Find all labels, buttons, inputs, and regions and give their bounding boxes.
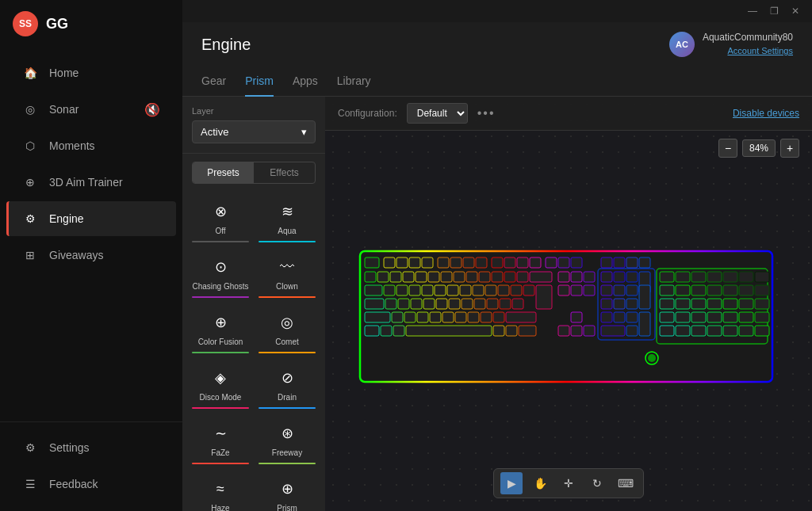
svg-rect-11 xyxy=(492,257,503,268)
sidebar-item-feedback[interactable]: ☰ Feedback xyxy=(6,467,176,501)
tab-gear[interactable]: Gear xyxy=(201,67,226,97)
svg-rect-129 xyxy=(723,299,737,309)
svg-rect-125 xyxy=(660,299,674,309)
disable-devices-button[interactable]: Disable devices xyxy=(733,108,799,119)
toolbar-hand[interactable]: ✋ xyxy=(529,472,551,494)
svg-rect-80 xyxy=(442,312,454,322)
svg-rect-9 xyxy=(463,257,474,268)
svg-rect-136 xyxy=(723,312,737,322)
svg-rect-91 xyxy=(381,326,392,336)
preset-item-comet[interactable]: ◎Comet xyxy=(255,306,319,358)
preset-item-prism[interactable]: ⊕Prism xyxy=(255,472,319,511)
svg-rect-3 xyxy=(384,257,395,268)
minimize-button[interactable]: — xyxy=(745,6,760,17)
svg-rect-81 xyxy=(455,312,466,322)
svg-rect-115 xyxy=(723,272,737,282)
svg-rect-117 xyxy=(755,272,769,282)
svg-rect-62 xyxy=(411,299,422,309)
settings-icon: ⚙ xyxy=(22,440,38,456)
sidebar-item-label: 3D Aim Trainer xyxy=(49,176,123,189)
toolbar-keyboard[interactable]: ⌨ xyxy=(615,472,637,494)
tab-prism[interactable]: Prism xyxy=(245,67,274,97)
svg-rect-32 xyxy=(558,272,569,282)
preset-bar-disco-mode xyxy=(192,407,249,409)
preset-item-drain[interactable]: ⊘Drain xyxy=(255,361,319,414)
preset-item-off[interactable]: ⊗Off xyxy=(189,195,252,247)
svg-rect-14 xyxy=(530,257,541,268)
sidebar-item-label: Sonar xyxy=(49,103,79,116)
sidebar-bottom: ⚙ Settings ☰ Feedback xyxy=(0,421,182,511)
svg-rect-2 xyxy=(365,257,379,268)
account-info: AquaticCommunity80 Account Settings xyxy=(703,32,793,57)
sidebar-item-moments[interactable]: ⬡ Moments xyxy=(6,128,176,163)
preset-bar-comet xyxy=(259,352,316,353)
svg-rect-96 xyxy=(519,326,536,336)
preset-item-freeway[interactable]: ⊛Freeway xyxy=(255,417,319,469)
svg-rect-74 xyxy=(639,285,650,309)
sidebar-item-engine[interactable]: ⚙ Engine xyxy=(6,201,176,236)
sidebar-item-home[interactable]: 🏠 Home xyxy=(6,55,176,90)
preset-item-color-fusion[interactable]: ⊕Color Fusion xyxy=(189,306,252,358)
svg-rect-70 xyxy=(512,299,523,309)
svg-rect-121 xyxy=(707,285,722,296)
svg-rect-60 xyxy=(385,299,396,309)
sidebar-item-giveaways[interactable]: ⊞ Giveaways xyxy=(6,238,176,273)
preset-item-chasing-ghosts[interactable]: ⊙Chasing Ghosts xyxy=(189,250,252,303)
svg-rect-106 xyxy=(601,257,612,268)
svg-rect-135 xyxy=(707,312,722,322)
preset-name-haze: Haze xyxy=(211,504,229,511)
preset-item-faze[interactable]: ∼FaZe xyxy=(189,417,252,469)
svg-rect-67 xyxy=(474,299,485,309)
tab-library[interactable]: Library xyxy=(337,67,371,97)
svg-rect-64 xyxy=(436,299,447,309)
preset-item-clown[interactable]: 〰Clown xyxy=(255,250,319,303)
maximize-button[interactable]: ❐ xyxy=(767,6,782,17)
account-settings-link[interactable]: Account Settings xyxy=(727,46,793,55)
toolbar-rotate[interactable]: ↻ xyxy=(586,472,608,494)
sidebar-item-label: Giveaways xyxy=(49,249,103,261)
zoom-in-button[interactable]: + xyxy=(780,139,799,158)
layer-section: Layer Active ▾ xyxy=(182,97,325,154)
svg-rect-100 xyxy=(601,326,625,336)
sidebar-item-sonar[interactable]: ◎ Sonar 🔇 xyxy=(6,92,176,127)
svg-rect-21 xyxy=(403,272,414,282)
sidebar: SS GG 🏠 Home ◎ Sonar 🔇 ⬡ Moments ⊕ 3D Ai… xyxy=(0,0,182,511)
svg-rect-112 xyxy=(676,272,690,282)
svg-rect-22 xyxy=(416,272,427,282)
close-button[interactable]: ✕ xyxy=(788,6,802,17)
tab-apps[interactable]: Apps xyxy=(293,67,318,97)
svg-rect-36 xyxy=(614,272,625,282)
tab-presets[interactable]: Presets xyxy=(193,162,254,183)
zoom-value: 84% xyxy=(742,139,776,157)
svg-rect-132 xyxy=(660,312,674,322)
svg-rect-114 xyxy=(707,272,722,282)
layer-select[interactable]: Active ▾ xyxy=(192,120,316,143)
config-dots[interactable]: ••• xyxy=(477,106,496,120)
tab-effects[interactable]: Effects xyxy=(254,162,315,183)
svg-rect-93 xyxy=(406,326,492,336)
toolbar-select[interactable]: ▶ xyxy=(500,472,523,494)
home-icon: 🏠 xyxy=(22,65,38,81)
sidebar-item-settings[interactable]: ⚙ Settings xyxy=(6,430,176,465)
svg-rect-102 xyxy=(639,312,650,336)
avatar: AC xyxy=(669,32,695,57)
svg-rect-43 xyxy=(422,285,433,296)
preset-item-disco-mode[interactable]: ◈Disco Mode xyxy=(189,361,252,414)
preset-item-aqua[interactable]: ≋Aqua xyxy=(255,195,319,247)
svg-rect-41 xyxy=(396,285,408,296)
svg-rect-143 xyxy=(723,326,737,336)
svg-rect-141 xyxy=(691,326,706,336)
toolbar-move[interactable]: ✛ xyxy=(557,472,580,494)
preset-bar-freeway xyxy=(259,463,316,464)
preset-bar-aqua xyxy=(259,241,316,242)
content-area: Layer Active ▾ Presets Effects ⊗Off≋Aqua… xyxy=(182,97,812,511)
svg-rect-18 xyxy=(365,272,376,282)
sidebar-item-3d-aim-trainer[interactable]: ⊕ 3D Aim Trainer xyxy=(6,165,176,200)
preset-item-haze[interactable]: ≈Haze xyxy=(189,472,252,511)
svg-rect-124 xyxy=(755,285,769,296)
config-select[interactable]: Default xyxy=(407,103,468,124)
zoom-out-button[interactable]: − xyxy=(718,139,737,158)
window-topbar: — ❐ ✕ xyxy=(182,0,812,22)
svg-rect-140 xyxy=(676,326,690,336)
svg-rect-31 xyxy=(530,272,552,282)
